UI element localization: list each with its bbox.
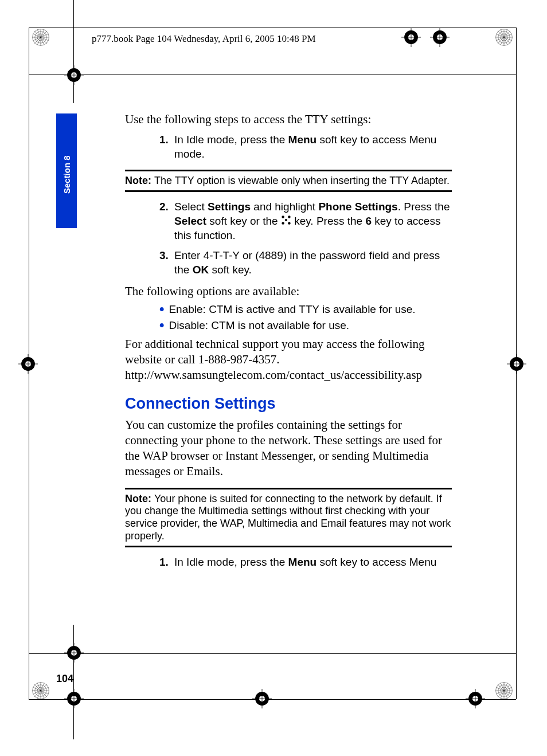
crop-inner-v2 (73, 625, 74, 739)
svg-point-98 (282, 216, 284, 218)
registration-mark-icon (64, 643, 84, 663)
step-text: In Idle mode, press the Menu soft key to… (174, 133, 452, 161)
bullet-list: • Enable: CTM is active and TTY is avail… (125, 303, 452, 332)
step-3: 3. Enter 4-T-T-Y or (4889) in the passwo… (125, 249, 452, 277)
note-2: Note: Your phone is suited for connectin… (125, 493, 452, 542)
support-text: For additional technical support you may… (125, 336, 452, 383)
note-1: Note: The TTY option is viewable only wh… (125, 175, 452, 187)
nav-key-icon (281, 215, 291, 229)
options-intro: The following options are available: (125, 284, 452, 299)
page-content: Use the following steps to access the TT… (125, 112, 452, 570)
step-number: 1. (159, 555, 174, 570)
svg-point-99 (288, 216, 291, 218)
step-text: Enter 4-T-T-Y or (4889) in the password … (174, 249, 452, 277)
crop-inner-line-top (29, 75, 516, 75)
registration-mark-icon (466, 689, 485, 708)
list-item: • Enable: CTM is active and TTY is avail… (159, 303, 452, 316)
sunburst-icon (494, 28, 514, 47)
registration-mark-icon (64, 65, 84, 85)
note-rule (125, 190, 452, 192)
step-number: 3. (159, 249, 174, 277)
registration-mark-icon (64, 689, 84, 708)
note-rule (125, 170, 452, 171)
registration-mark-icon (430, 28, 450, 47)
sunburst-icon (31, 28, 50, 47)
section-tab-label: Section 8 (62, 155, 72, 194)
page-header: p777.book Page 104 Wednesday, April 6, 2… (92, 33, 316, 45)
crop-inner-v1 (73, 0, 74, 103)
crop-line-bottom (29, 699, 516, 700)
list-item: • Disable: CTM is not available for use. (159, 319, 452, 332)
step-c1: 1. In Idle mode, press the Menu soft key… (125, 555, 452, 570)
section-heading: Connection Settings (125, 395, 452, 413)
registration-mark-icon (507, 354, 526, 374)
page-number: 104 (56, 673, 73, 685)
note-rule (125, 488, 452, 489)
svg-rect-102 (285, 219, 287, 221)
intro-text: Use the following steps to access the TT… (125, 112, 452, 127)
step-text: In Idle mode, press the Menu soft key to… (174, 555, 436, 570)
svg-point-101 (288, 222, 291, 225)
step-2: 2. Select Settings and highlight Phone S… (125, 200, 452, 243)
registration-mark-icon (252, 689, 272, 708)
step-number: 2. (159, 200, 174, 243)
section-tab: Section 8 (56, 113, 77, 228)
svg-point-100 (282, 222, 284, 225)
connection-paragraph: You can customize the profiles containin… (125, 417, 452, 480)
crop-inner-line-bottom (29, 653, 516, 654)
step-number: 1. (159, 133, 174, 161)
sunburst-icon (494, 681, 514, 700)
registration-mark-icon (18, 354, 38, 374)
registration-mark-icon (401, 28, 421, 47)
bullet-icon: • (159, 319, 164, 331)
step-text: Select Settings and highlight Phone Sett… (174, 200, 452, 243)
step-1: 1. In Idle mode, press the Menu soft key… (125, 133, 452, 161)
bullet-icon: • (159, 303, 164, 315)
note-rule (125, 546, 452, 547)
sunburst-icon (31, 681, 50, 700)
